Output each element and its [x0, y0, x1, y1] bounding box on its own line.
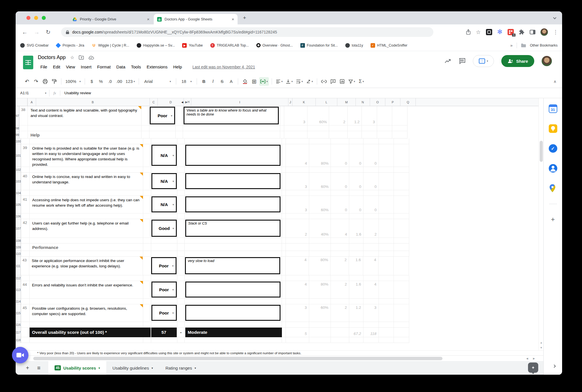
rating-dropdown[interactable]: Poor▾ — [151, 305, 177, 321]
item-number[interactable]: 43 — [21, 257, 29, 275]
cell-J[interactable] — [282, 167, 286, 173]
cell-L[interactable] — [309, 213, 331, 219]
comment-cell[interactable] — [185, 145, 280, 166]
cell-C[interactable] — [143, 337, 151, 343]
cell-Q[interactable] — [394, 322, 409, 328]
cell-C[interactable] — [143, 238, 151, 244]
cell-P[interactable] — [379, 196, 394, 213]
cell-Q[interactable] — [394, 281, 409, 299]
cell-N[interactable] — [349, 139, 363, 144]
row-header-105[interactable]: 105 — [16, 196, 21, 213]
cell-H[interactable] — [177, 275, 185, 281]
cell-B[interactable] — [30, 167, 143, 173]
hide-side-panel-icon[interactable] — [552, 364, 556, 368]
bookmark-globe[interactable]: Happyride.se – Sv... — [137, 43, 175, 48]
cell-N[interactable] — [349, 167, 363, 173]
cell-L[interactable]: 60% — [309, 196, 331, 213]
row-header-115[interactable]: 115 — [16, 304, 21, 322]
scroll-right-icon[interactable]: ▶ — [531, 356, 537, 361]
browser-menu-icon[interactable]: ⋮ — [553, 29, 558, 35]
cell-O[interactable]: 2 — [363, 219, 379, 238]
vertical-scrollbar[interactable]: ▲ ▼ — [539, 98, 543, 350]
cell-K[interactable]: 5 — [286, 328, 309, 337]
column-header-A[interactable]: A — [28, 98, 36, 106]
cell-C[interactable] — [143, 322, 151, 328]
cell-Q[interactable] — [394, 304, 409, 322]
cell-D[interactable]: N/A▾ — [151, 196, 177, 213]
cell-O[interactable] — [363, 167, 379, 173]
cell-H[interactable] — [177, 251, 185, 257]
maps-icon[interactable] — [549, 184, 557, 192]
comment-cell[interactable]: Slack or CS — [185, 220, 280, 237]
cell-I[interactable] — [185, 251, 282, 257]
cell-D[interactable] — [151, 275, 177, 281]
cell-N[interactable]: 0 — [349, 144, 363, 167]
column-header-M[interactable]: M — [337, 98, 356, 106]
cell-P[interactable] — [379, 173, 394, 190]
bookmark-trigearlab[interactable]: TTRIGEARLAB Top... — [210, 43, 249, 48]
minimize-window-button[interactable] — [34, 16, 38, 20]
cell-M[interactable] — [331, 299, 349, 304]
cell-B[interactable] — [30, 139, 143, 144]
cell-D[interactable] — [149, 131, 176, 139]
cell-D[interactable]: N/A▾ — [151, 144, 177, 167]
cell-P[interactable] — [379, 337, 394, 343]
menu-view[interactable]: View — [63, 64, 78, 70]
cell-H[interactable] — [177, 337, 185, 343]
cell-M[interactable] — [331, 167, 349, 173]
rating-dropdown[interactable]: N/A▾ — [151, 173, 177, 189]
cell-I[interactable] — [185, 275, 282, 281]
cell-L[interactable] — [309, 139, 331, 144]
cell-N[interactable]: 1.6 — [349, 219, 363, 238]
menu-edit[interactable]: Edit — [50, 64, 63, 70]
vertical-scrollbar-thumb[interactable] — [540, 141, 543, 162]
cell-L[interactable]: 80% — [309, 257, 331, 275]
cell-M[interactable]: 2 — [331, 281, 349, 299]
menu-help[interactable]: Help — [171, 64, 184, 70]
cell-B[interactable] — [30, 238, 143, 244]
cell-O[interactable]: 0 — [363, 173, 379, 190]
cell-H[interactable] — [177, 219, 185, 238]
cell-I[interactable] — [185, 304, 282, 322]
row-header-106[interactable]: 106 — [16, 213, 21, 219]
cell-O[interactable]: 0 — [363, 144, 379, 167]
cell-K[interactable]: 3 — [286, 196, 309, 213]
row-header-117[interactable]: 117 — [16, 328, 21, 337]
guideline-text-cell[interactable]: Site or application performance doesn't … — [29, 257, 143, 275]
cell-J[interactable] — [280, 125, 284, 131]
row-header-114[interactable]: 114 — [16, 299, 21, 304]
cell-H[interactable] — [177, 144, 185, 167]
item-number[interactable]: 44 — [21, 281, 30, 299]
cell-L[interactable] — [309, 244, 331, 251]
other-bookmarks-label[interactable]: Other Bookmarks — [530, 43, 558, 47]
collapse-left-icon[interactable]: ◀ — [181, 101, 183, 104]
cell-K[interactable]: 4 — [286, 144, 309, 167]
cell-J[interactable] — [282, 251, 286, 257]
cell-H[interactable] — [176, 106, 183, 125]
cell-D[interactable] — [151, 190, 177, 196]
get-addons-button[interactable]: + — [551, 215, 555, 223]
cell-Q[interactable] — [394, 173, 409, 190]
cell-N[interactable]: 0 — [349, 173, 363, 190]
cell-K[interactable] — [286, 322, 309, 328]
cell-K[interactable] — [286, 213, 309, 219]
cell-C[interactable] — [143, 173, 151, 190]
cell-L[interactable] — [309, 337, 331, 343]
cell-K[interactable] — [286, 337, 309, 343]
cell-O[interactable] — [363, 322, 379, 328]
row-header-101[interactable]: 101 — [16, 144, 21, 167]
cell-O[interactable] — [363, 299, 379, 304]
tasks-icon[interactable]: ✓ — [549, 144, 557, 153]
cell-O[interactable] — [363, 251, 379, 257]
toolbar-collapse-icon[interactable]: ∧ — [554, 79, 556, 84]
cell-M[interactable]: 2 — [329, 106, 348, 125]
cell-H[interactable] — [177, 244, 185, 251]
horizontal-scrollbar[interactable]: ◀ ▶ — [16, 355, 543, 361]
cell-K[interactable]: 3 — [286, 304, 309, 322]
cell-K[interactable] — [284, 125, 307, 131]
cell-L[interactable] — [309, 251, 331, 257]
bookmark-foundation[interactable]: FFoundation for Sit... — [300, 43, 338, 48]
cell-I[interactable] — [185, 238, 282, 244]
row-header-113[interactable]: 113 — [16, 281, 21, 299]
strikethrough-icon[interactable]: S — [218, 77, 226, 86]
